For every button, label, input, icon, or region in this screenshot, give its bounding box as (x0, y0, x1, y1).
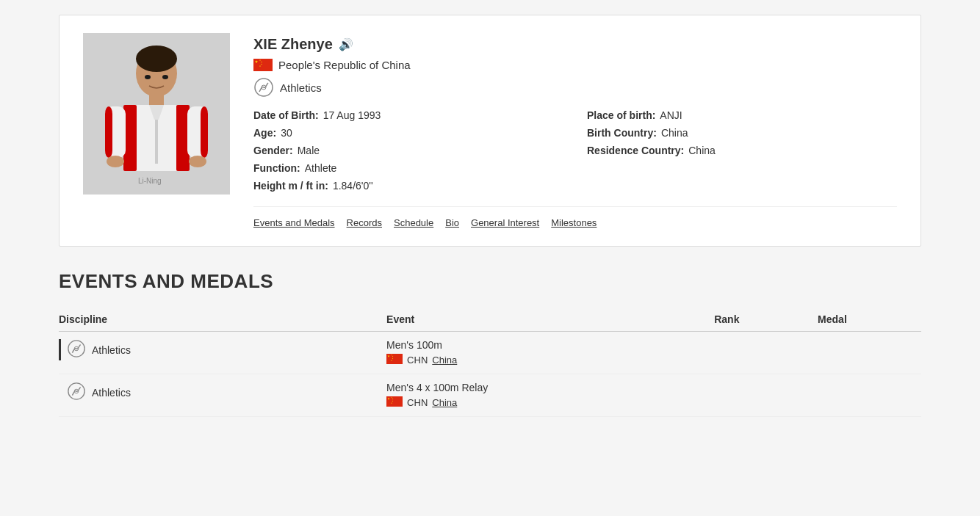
function-row: Function: Athlete (253, 162, 563, 174)
events-section-title: EVENTS AND MEDALS (59, 270, 921, 293)
age-label: Age: (253, 127, 276, 139)
details-grid: Date of Birth: 17 Aug 1993 Place of birt… (253, 109, 897, 192)
svg-point-3 (136, 46, 177, 72)
residence-label: Residence Country: (587, 145, 684, 156)
svg-point-11 (162, 75, 168, 79)
event-country-0: CHN China (386, 354, 705, 366)
nav-general-interest[interactable]: General Interest (471, 217, 539, 228)
function-label: Function: (253, 162, 300, 174)
event-flag-1 (386, 396, 403, 409)
athlete-photo: Li-Ning (83, 33, 230, 195)
discipline-cell-1: Athletics (59, 374, 386, 417)
athlete-name: XIE Zhenye (253, 36, 333, 53)
svg-point-16 (107, 156, 124, 167)
athletics-icon-1 (67, 382, 86, 403)
nav-schedule[interactable]: Schedule (394, 217, 433, 228)
residence-row: Residence Country: China (587, 145, 897, 156)
event-name-1: Men's 4 x 100m Relay (386, 382, 705, 393)
svg-rect-15 (201, 106, 208, 158)
rank-cell-1 (714, 374, 818, 417)
svg-point-10 (145, 75, 151, 79)
discipline-cell-0: Athletics (59, 332, 386, 374)
discipline-wrapper-1: Athletics (59, 382, 378, 403)
svg-text:Li-Ning: Li-Ning (138, 177, 162, 185)
athletics-icon-0 (67, 339, 86, 360)
rank-cell-0 (714, 332, 818, 374)
col-header-event: Event (386, 308, 714, 332)
svg-rect-13 (105, 106, 112, 158)
col-header-discipline: Discipline (59, 308, 386, 332)
svg-point-17 (189, 156, 206, 167)
gender-label: Gender: (253, 145, 293, 156)
event-name-0: Men's 100m (386, 339, 705, 351)
event-cell-1: Men's 4 x 100m Relay CHN China (386, 374, 714, 417)
athlete-card: Li-Ning XIE Zhenye 🔊 (59, 15, 921, 247)
medal-cell-0 (818, 332, 921, 374)
nav-records[interactable]: Records (347, 217, 382, 228)
col-header-medal: Medal (818, 308, 921, 332)
event-country-1: CHN China (386, 396, 705, 409)
athlete-sport: Athletics (280, 81, 322, 94)
event-country-code-0: CHN (407, 355, 428, 366)
athlete-country: People's Republic of China (278, 59, 411, 71)
birth-country-row: Birth Country: China (587, 127, 897, 139)
age-row: Age: 30 (253, 127, 563, 139)
discipline-label-0: Athletics (92, 344, 131, 356)
table-row: AthleticsMen's 4 x 100m Relay CHN China (59, 374, 921, 417)
nav-links: Events and Medals Records Schedule Bio G… (253, 206, 897, 228)
pob-value: ANJI (660, 109, 682, 121)
event-country-link-0[interactable]: China (432, 355, 457, 366)
svg-rect-32 (386, 354, 403, 364)
height-row: Height m / ft in: 1.84/6'0'' (253, 180, 563, 192)
nav-events-medals[interactable]: Events and Medals (253, 217, 335, 228)
svg-rect-40 (386, 396, 403, 407)
col-header-rank: Rank (714, 308, 818, 332)
height-label: Height m / ft in: (253, 180, 328, 192)
discipline-label-1: Athletics (92, 387, 131, 399)
table-header-row: Discipline Event Rank Medal (59, 308, 921, 332)
nav-bio[interactable]: Bio (445, 217, 459, 228)
athlete-name-row: XIE Zhenye 🔊 (253, 36, 897, 53)
athlete-info: XIE Zhenye 🔊 People's Republic of China (253, 33, 897, 228)
nav-milestones[interactable]: Milestones (551, 217, 597, 228)
dob-value: 17 Aug 1993 (323, 109, 381, 121)
country-row: People's Republic of China (253, 59, 897, 71)
event-country-link-1[interactable]: China (432, 397, 457, 408)
events-section: EVENTS AND MEDALS Discipline Event Rank … (59, 270, 921, 417)
svg-rect-4 (149, 93, 164, 106)
birth-country-label: Birth Country: (587, 127, 657, 139)
table-row: AthleticsMen's 100m CHN China (59, 332, 921, 374)
gender-row: Gender: Male (253, 145, 563, 156)
speaker-icon[interactable]: 🔊 (339, 37, 353, 51)
athletics-icon (253, 77, 274, 98)
gender-value: Male (298, 145, 320, 156)
discipline-wrapper-0: Athletics (59, 339, 378, 360)
events-table: Discipline Event Rank Medal AthleticsMen… (59, 308, 921, 417)
pob-label: Place of birth: (587, 109, 655, 121)
pob-row: Place of birth: ANJI (587, 109, 897, 121)
dob-row: Date of Birth: 17 Aug 1993 (253, 109, 563, 121)
sport-row: Athletics (253, 77, 897, 98)
age-value: 30 (281, 127, 292, 139)
residence-value: China (688, 145, 716, 156)
height-value: 1.84/6'0'' (333, 180, 373, 192)
event-cell-0: Men's 100m CHN China (386, 332, 714, 374)
svg-rect-9 (155, 120, 158, 164)
event-country-code-1: CHN (407, 397, 428, 408)
china-flag (253, 59, 273, 71)
medal-cell-1 (818, 374, 921, 417)
function-value: Athlete (305, 162, 337, 174)
event-flag-0 (386, 354, 403, 366)
birth-country-value: China (661, 127, 688, 139)
dob-label: Date of Birth: (253, 109, 319, 121)
